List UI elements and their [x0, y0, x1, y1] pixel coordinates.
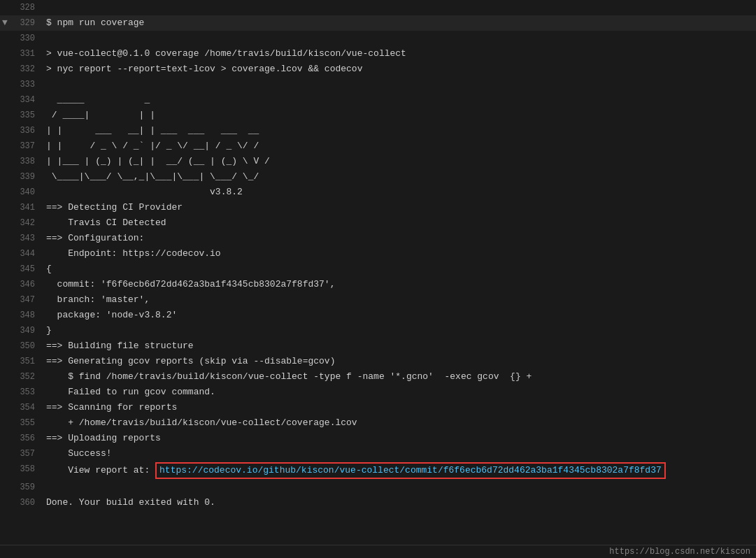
terminal-line: 331> vue-collect@0.1.0 coverage /home/tr…: [0, 46, 756, 62]
terminal-line: 336| | ___ __| | ___ ___ ___ __: [0, 123, 756, 138]
line-number: 342: [10, 216, 43, 230]
line-text: _____ _: [43, 93, 756, 107]
line-number: 341: [10, 201, 43, 215]
line-text: Failed to run gcov command.: [43, 385, 756, 399]
terminal-window: 328▼329$ npm run coverage330331> vue-col…: [0, 0, 756, 558]
terminal-line: 357 Success!: [0, 446, 756, 462]
terminal-line: 348 package: 'node-v3.8.2': [0, 308, 756, 323]
terminal-line: 350==> Building file structure: [0, 338, 756, 354]
terminal-line: 334 _____ _: [0, 92, 756, 108]
line-text: / ____| | |: [43, 108, 756, 122]
line-number: 351: [10, 355, 43, 369]
terminal-line: 344 Endpoint: https://codecov.io: [0, 246, 756, 262]
line-number: 332: [10, 62, 43, 76]
report-url[interactable]: https://codecov.io/github/kiscon/vue-col…: [155, 462, 666, 479]
line-number: 340: [10, 185, 43, 199]
terminal-line: 349}: [0, 323, 756, 338]
terminal-line: 341==> Detecting CI Provider: [0, 200, 756, 215]
line-text: | |___ | (_) | (_| | __/ (__ | (_) \ V /: [43, 155, 756, 169]
line-text: ==> Building file structure: [43, 339, 756, 353]
line-number: 335: [10, 108, 43, 122]
line-number: 328: [10, 1, 43, 15]
terminal-line: 347 branch: 'master',: [0, 292, 756, 308]
terminal-line: 332> nyc report --report=text-lcov > cov…: [0, 62, 756, 77]
line-number: 347: [10, 293, 43, 307]
terminal-content: 328▼329$ npm run coverage330331> vue-col…: [0, 0, 756, 545]
line-text: Endpoint: https://codecov.io: [43, 247, 756, 261]
line-number: 346: [10, 278, 43, 292]
line-number: 355: [10, 416, 43, 430]
line-number: 350: [10, 339, 43, 353]
line-number: 331: [10, 47, 43, 61]
line-text: | | ___ __| | ___ ___ ___ __: [43, 124, 756, 138]
line-number: 352: [10, 370, 43, 384]
line-number: 329: [10, 16, 43, 30]
terminal-line: 333: [0, 77, 756, 92]
line-text: Success!: [43, 447, 756, 461]
line-number: 338: [10, 155, 43, 169]
line-number: 345: [10, 262, 43, 276]
line-text: ==> Scanning for reports: [43, 401, 756, 415]
terminal-line: 360Done. Your build exited with 0.: [0, 495, 756, 510]
line-text: $ find /home/travis/build/kiscon/vue-col…: [43, 370, 756, 384]
terminal-line: ▼329$ npm run coverage: [0, 15, 756, 31]
line-number: 333: [10, 78, 43, 92]
terminal-line: 354==> Scanning for reports: [0, 400, 756, 415]
line-number: 339: [10, 170, 43, 184]
line-text: $ npm run coverage: [43, 16, 756, 30]
line-text: | | / _ \ / _` |/ _ \/ __| / _ \/ /: [43, 139, 756, 153]
line-number: 357: [10, 447, 43, 461]
line-text: + /home/travis/build/kiscon/vue-collect/…: [43, 416, 756, 430]
terminal-line: 330: [0, 31, 756, 46]
line-text: branch: 'master',: [43, 293, 756, 307]
line-number: 349: [10, 324, 43, 338]
terminal-line: 356==> Uploading reports: [0, 431, 756, 446]
line-number: 343: [10, 231, 43, 245]
terminal-line: 335 / ____| | |: [0, 108, 756, 123]
line-text: v3.8.2: [43, 185, 756, 199]
terminal-line: 338| |___ | (_) | (_| | __/ (__ | (_) \ …: [0, 154, 756, 169]
line-number: 353: [10, 385, 43, 399]
terminal-line: 359: [0, 480, 756, 495]
terminal-line: 339 \____|\___/ \__,_|\___|\___| \___/ \…: [0, 169, 756, 185]
terminal-line: 352 $ find /home/travis/build/kiscon/vue…: [0, 369, 756, 385]
line-text: Done. Your build exited with 0.: [43, 496, 756, 510]
line-text: > nyc report --report=text-lcov > covera…: [43, 62, 756, 76]
terminal-line: 355 + /home/travis/build/kiscon/vue-coll…: [0, 415, 756, 431]
line-text: Travis CI Detected: [43, 216, 756, 230]
line-number: 358: [10, 462, 43, 476]
terminal-line: 353 Failed to run gcov command.: [0, 385, 756, 400]
line-text: View report at: https://codecov.io/githu…: [43, 462, 756, 479]
line-text: package: 'node-v3.8.2': [43, 308, 756, 322]
line-number: 336: [10, 124, 43, 138]
line-text: {: [43, 262, 756, 276]
line-text: > vue-collect@0.1.0 coverage /home/travi…: [43, 47, 756, 61]
line-number: 334: [10, 93, 43, 107]
line-text: ==> Uploading reports: [43, 431, 756, 445]
line-text: }: [43, 324, 756, 338]
terminal-line: 343==> Configuration:: [0, 231, 756, 246]
line-text: ==> Configuration:: [43, 231, 756, 245]
terminal-line: 337| | / _ \ / _` |/ _ \/ __| / _ \/ /: [0, 138, 756, 154]
line-text: ==> Detecting CI Provider: [43, 201, 756, 215]
line-number: 344: [10, 247, 43, 261]
terminal-line: 345{: [0, 262, 756, 277]
line-arrow: ▼: [0, 16, 10, 30]
terminal-line: 351==> Generating gcov reports (skip via…: [0, 354, 756, 369]
footer-url: https://blog.csdn.net/kiscon: [0, 545, 756, 558]
line-number: 330: [10, 31, 43, 45]
line-number: 356: [10, 431, 43, 445]
line-text: commit: 'f6f6ecb6d72dd462a3ba1f4345cb830…: [43, 278, 756, 292]
terminal-line: 328: [0, 0, 756, 15]
line-text: \____|\___/ \__,_|\___|\___| \___/ \_/: [43, 170, 756, 184]
terminal-line: 342 Travis CI Detected: [0, 215, 756, 231]
line-number: 354: [10, 401, 43, 415]
line-number: 337: [10, 139, 43, 153]
line-number: 348: [10, 308, 43, 322]
terminal-line: 358 View report at: https://codecov.io/g…: [0, 462, 756, 480]
line-number: 360: [10, 496, 43, 510]
terminal-line: 340 v3.8.2: [0, 185, 756, 200]
terminal-line: 346 commit: 'f6f6ecb6d72dd462a3ba1f4345c…: [0, 277, 756, 292]
line-text: ==> Generating gcov reports (skip via --…: [43, 355, 756, 369]
line-number: 359: [10, 480, 43, 494]
